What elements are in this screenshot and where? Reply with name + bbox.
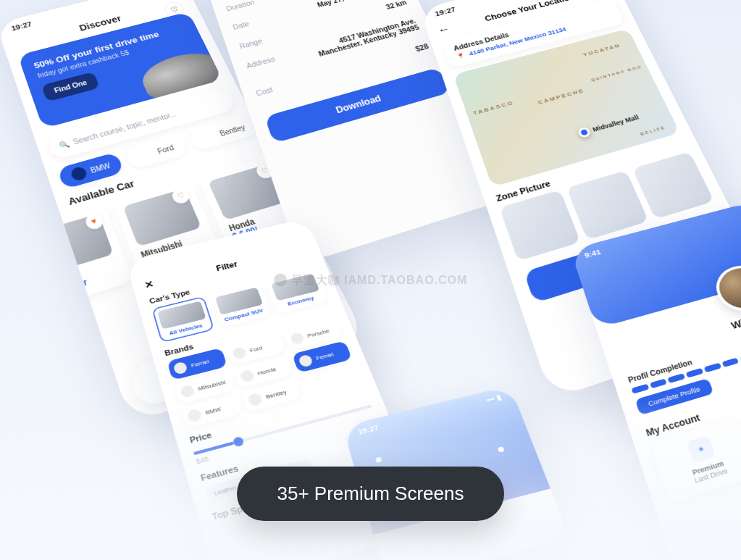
status-time: 19:27 xyxy=(10,20,33,32)
status-time: 19:27 xyxy=(434,6,456,17)
car-card[interactable]: ♥ Bentley $ 0/Hour xyxy=(23,204,133,308)
type-card[interactable]: Compact SUV xyxy=(209,283,272,328)
pin-icon: 📍 xyxy=(456,52,466,60)
headline-badge: 35+ Premium Screens xyxy=(237,467,505,521)
showcase-stage: 19:27 ••• ▮ Discover ♡ 50% Off your firs… xyxy=(0,0,741,560)
brands-grid: Ferrari Ford Porsche Mitsubishi Honda Fe… xyxy=(167,319,361,429)
map-pin[interactable]: Midvalley Mall xyxy=(577,112,640,138)
status-time: 9:41 xyxy=(584,248,602,259)
status-time: 19:27 xyxy=(357,423,380,435)
status-icons: ••• ▮ xyxy=(485,393,503,404)
watermark: 早道大咖 IAMD.TAOBAO.COM xyxy=(274,272,468,288)
badge-icon: ★ xyxy=(686,435,716,463)
type-card[interactable]: All Vehicles xyxy=(151,296,214,343)
search-icon: 🔍 xyxy=(58,140,70,150)
